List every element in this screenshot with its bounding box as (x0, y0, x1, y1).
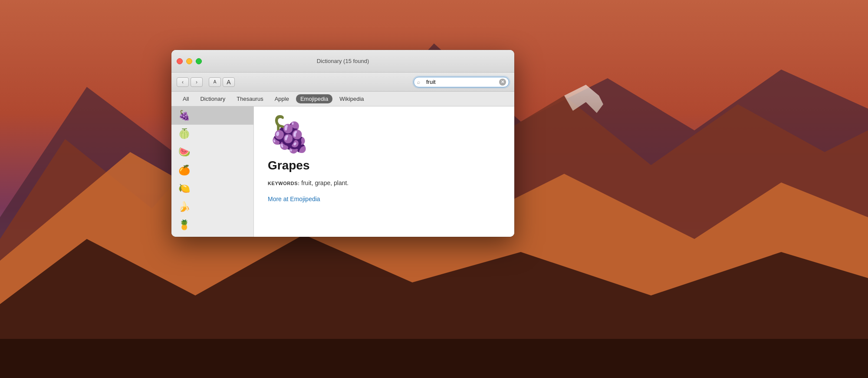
keywords-line: KEYWORDS: fruit, grape, plant. (268, 179, 500, 186)
sidebar-item-melon[interactable]: 🍈 (171, 125, 253, 143)
sidebar-item-lemon[interactable]: 🍋 (171, 179, 253, 198)
toolbar: ‹ › A A ⌕ ✕ (171, 73, 514, 92)
nav-buttons: ‹ › (177, 77, 203, 87)
tab-apple[interactable]: Apple (270, 94, 293, 103)
banana-emoji: 🍌 (178, 201, 190, 212)
main-content: 🍇 🍈 🍉 🍊 🍋 🍌 🍍 🍎 (171, 106, 514, 237)
sidebar-item-apple[interactable]: 🍎 (171, 234, 253, 237)
sidebar-item-tangerine[interactable]: 🍊 (171, 161, 253, 179)
keywords-label: KEYWORDS: (268, 181, 299, 186)
tab-dictionary[interactable]: Dictionary (196, 94, 230, 103)
forward-button[interactable]: › (191, 77, 203, 87)
minimize-button[interactable] (186, 58, 192, 64)
more-at-emojipedia-link[interactable]: More at Emojipedia (268, 196, 320, 202)
tab-wikipedia[interactable]: Wikipedia (335, 94, 368, 103)
grapes-emoji: 🍇 (178, 110, 190, 121)
search-input[interactable] (414, 77, 509, 87)
tab-emojipedia[interactable]: Emojipedia (296, 94, 332, 103)
traffic-lights (177, 58, 202, 64)
window-title: Dictionary (15 found) (317, 58, 369, 64)
detail-emoji: 🍇 (268, 117, 500, 152)
svg-marker-5 (564, 85, 603, 113)
sidebar: 🍇 🍈 🍉 🍊 🍋 🍌 🍍 🍎 (171, 106, 254, 237)
svg-marker-7 (0, 235, 868, 378)
watermelon-emoji: 🍉 (178, 146, 190, 158)
forward-icon: › (196, 79, 197, 85)
svg-rect-8 (0, 339, 868, 378)
search-bar: ⌕ ✕ (414, 77, 509, 87)
sidebar-item-banana[interactable]: 🍌 (171, 198, 253, 216)
dictionary-window: Dictionary (15 found) ‹ › A A ⌕ ✕ All (171, 50, 514, 237)
lemon-emoji: 🍋 (178, 183, 190, 194)
sidebar-item-pineapple[interactable]: 🍍 (171, 216, 253, 234)
entry-title: Grapes (268, 159, 500, 172)
font-smaller-button[interactable]: A (209, 77, 221, 87)
tab-thesaurus[interactable]: Thesaurus (232, 94, 267, 103)
title-bar: Dictionary (15 found) (171, 50, 514, 73)
tangerine-emoji: 🍊 (178, 165, 190, 176)
filter-tabs: All Dictionary Thesaurus Apple Emojipedi… (171, 92, 514, 106)
sidebar-item-watermelon[interactable]: 🍉 (171, 143, 253, 161)
tab-all[interactable]: All (178, 94, 193, 103)
pineapple-emoji: 🍍 (178, 219, 190, 231)
back-button[interactable]: ‹ (177, 77, 189, 87)
font-larger-button[interactable]: A (223, 77, 235, 87)
melon-emoji: 🍈 (178, 128, 190, 139)
detail-panel: 🍇 Grapes KEYWORDS: fruit, grape, plant. … (254, 106, 514, 237)
close-button[interactable] (177, 58, 183, 64)
sidebar-item-grapes[interactable]: 🍇 (171, 106, 253, 125)
font-size-buttons: A A (209, 77, 235, 87)
search-clear-button[interactable]: ✕ (499, 79, 506, 86)
back-icon: ‹ (182, 79, 184, 85)
keywords-value: fruit, grape, plant. (301, 179, 349, 186)
maximize-button[interactable] (196, 58, 202, 64)
